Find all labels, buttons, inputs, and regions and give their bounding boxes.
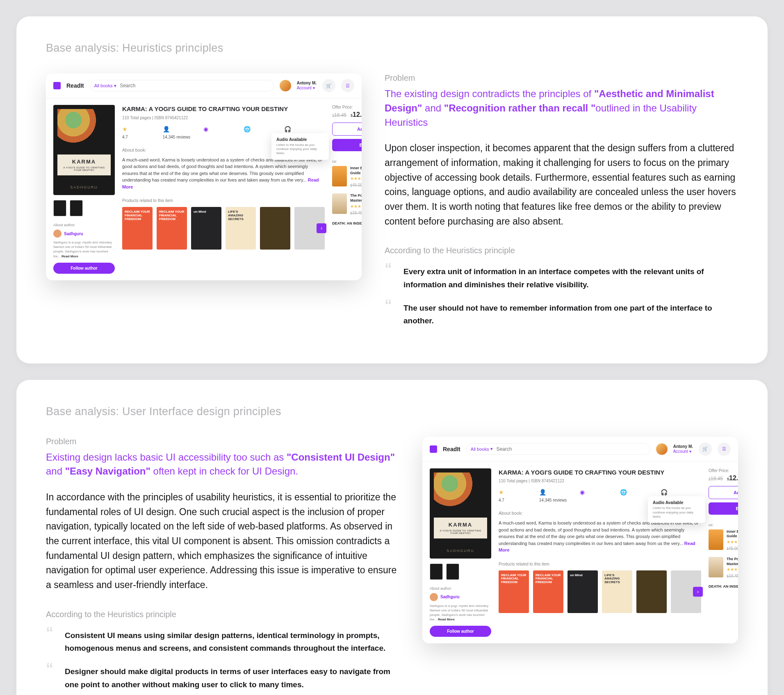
related-item[interactable]: RECLAIM YOUR FINANCIAL FREEDOM: [499, 570, 529, 613]
user-avatar[interactable]: [656, 443, 668, 455]
cart-icon[interactable]: 🛒: [322, 79, 335, 92]
quote-block: “ Consistent UI means using similar desi…: [46, 629, 399, 655]
chevron-down-icon: ▾: [114, 83, 116, 89]
author-avatar: [53, 229, 62, 238]
related-item[interactable]: un Mind: [191, 207, 221, 250]
problem-headline: The existing design contradicts the prin…: [385, 87, 738, 129]
reviews-value: 14,345 reviews: [539, 498, 580, 502]
problem-headline: Existing design lacks basic UI accessibi…: [46, 450, 399, 479]
quote-text: Every extra unit of information in an in…: [403, 265, 738, 291]
hamburger-icon[interactable]: ☰: [341, 79, 354, 92]
about-book-text: A much-used word, Karma is loosely under…: [499, 520, 701, 554]
follow-author-button[interactable]: Follow author: [430, 626, 491, 637]
follow-author-button[interactable]: Follow author: [53, 263, 115, 274]
rating-value: 4.7: [122, 135, 163, 139]
cover-thumbnails: [53, 200, 115, 216]
globe-icon[interactable]: 🌐: [244, 126, 284, 133]
globe-icon[interactable]: 🌐: [620, 489, 661, 496]
audio-icon[interactable]: 🎧: [284, 126, 325, 133]
quote-block: “ Designer should make digital products …: [46, 665, 399, 691]
price-row: $18.45 $12.45: [332, 111, 362, 118]
cover-thumb[interactable]: [70, 200, 83, 216]
related-side-item[interactable]: Inner Engineering: A Yogi's Guide to Joy…: [332, 166, 362, 188]
audio-icon[interactable]: 🎧: [661, 489, 701, 496]
related-products-row: RECLAIM YOUR FINANCIAL FREEDOM RECLAIM Y…: [499, 570, 701, 613]
cart-icon[interactable]: 🛒: [699, 443, 712, 456]
related-item[interactable]: [636, 570, 667, 613]
about-author-label: About author:: [430, 586, 491, 591]
section-title: Base analysis: User Interface design pri…: [46, 405, 738, 418]
purchase-column: Offer Price: $18.45 $12.45 Add to cart B…: [709, 468, 738, 637]
author-avatar: [430, 593, 438, 601]
problem-label: Problem: [46, 437, 399, 446]
book-title: KARMA: A YOGI'S GUIDE TO CRAFTING YOUR D…: [122, 105, 325, 113]
related-side-item[interactable]: The Power of One Thought : Master ... ★★…: [709, 557, 738, 579]
related-item[interactable]: [260, 207, 290, 250]
mockup-screenshot: ReadIt All books ▾ Antony M.Account ▾ 🛒 …: [422, 437, 738, 644]
author-bio: Sadhguru is a yogi, mystic and visionary…: [430, 604, 491, 622]
reviews-icon: 👤: [539, 489, 580, 496]
carousel-next-icon[interactable]: ›: [317, 223, 326, 233]
reviews-value: 14,345 reviews: [163, 135, 203, 139]
book-cover-column: KARMAA YOGI'S GUIDE TO CRAFTING YOUR DES…: [430, 468, 491, 637]
author-bio-readmore[interactable]: Read More: [62, 254, 78, 258]
according-label: According to the Heuristics principle: [46, 610, 399, 619]
add-to-cart-button[interactable]: Add to cart: [709, 486, 738, 499]
audio-tooltip: Audio AvailableListen to the books as yo…: [271, 133, 329, 160]
user-avatar[interactable]: [280, 80, 291, 91]
related-item[interactable]: RECLAIM YOUR FINANCIAL FREEDOM: [122, 207, 153, 250]
book-cover: KARMAA YOGI'S GUIDE TO CRAFTING YOUR DES…: [430, 468, 491, 559]
buy-now-button[interactable]: Buy Now: [709, 502, 738, 515]
quote-block: “ The user should not have to remember i…: [385, 302, 738, 327]
book-meta: 110 Total pages | ISBN 8745421122: [499, 479, 701, 483]
about-author-label: About author:: [53, 223, 115, 227]
cover-thumb[interactable]: [446, 563, 459, 580]
cover-thumb[interactable]: [53, 200, 66, 216]
user-menu[interactable]: Antony M.Account ▾: [673, 444, 693, 454]
quote-block: “ Every extra unit of information in an …: [385, 265, 738, 291]
search-input[interactable]: [496, 446, 645, 452]
cover-thumb[interactable]: [430, 563, 443, 580]
author-name-link[interactable]: Sadhguru: [64, 232, 83, 236]
brand-name: ReadIt: [443, 446, 460, 452]
category-dropdown[interactable]: All books ▾: [94, 83, 117, 89]
related-item[interactable]: RECLAIM YOUR FINANCIAL FREEDOM: [533, 570, 563, 613]
analysis-text-column: Problem Existing design lacks basic UI a…: [46, 437, 399, 695]
hamburger-icon[interactable]: ☰: [718, 443, 731, 456]
search-bar[interactable]: All books ▾: [90, 80, 274, 91]
analysis-card-heuristics: Base analysis: Heuristics principles Rea…: [16, 16, 768, 363]
carousel-next-icon[interactable]: ›: [693, 587, 703, 597]
search-bar[interactable]: All books ▾: [466, 443, 650, 455]
search-input[interactable]: [120, 83, 269, 89]
buy-now-button[interactable]: Buy Now: [332, 139, 362, 151]
related-item[interactable]: LIFE'S AMAZING SECRETS: [602, 570, 632, 613]
related-item[interactable]: un Mind: [567, 570, 598, 613]
related-side-item-title[interactable]: DEATH: AN INSIDE: [709, 584, 738, 588]
related-side-item-title[interactable]: DEATH: AN INSIDE: [332, 221, 362, 225]
coins-icon[interactable]: ◉: [580, 489, 620, 496]
problem-body: Upon closer inspection, it becomes appar…: [385, 141, 738, 229]
brand-name: ReadIt: [66, 82, 84, 89]
related-side-item[interactable]: Inner Engineering: A Yogi's Guide to Joy…: [709, 529, 738, 551]
related-side-item[interactable]: The Power of One Thought : Master ... ★★…: [332, 193, 362, 215]
quote-text: Designer should make digital products in…: [65, 665, 399, 691]
star-icon: ★: [499, 489, 539, 496]
quote-icon: “: [46, 665, 57, 691]
author-name-link[interactable]: Sadhguru: [440, 595, 460, 599]
related-item[interactable]: RECLAIM YOUR FINANCIAL FREEDOM: [157, 207, 187, 250]
coins-icon[interactable]: ◉: [203, 126, 244, 133]
quote-icon: “: [385, 265, 396, 291]
book-cover-column: KARMAA YOGI'S GUIDE TO CRAFTING YOUR DES…: [53, 105, 115, 274]
user-menu[interactable]: Antony M.Account ▾: [297, 81, 317, 91]
chevron-down-icon: ▾: [490, 446, 493, 452]
related-item[interactable]: LIFE'S AMAZING SECRETS: [226, 207, 256, 250]
author-bio-readmore[interactable]: Read More: [438, 618, 455, 621]
mockup-topbar: ReadIt All books ▾ Antony M.Account ▾ 🛒 …: [46, 73, 362, 98]
quote-text: The user should not have to remember inf…: [403, 302, 738, 327]
screenshot-column: ReadIt All books ▾ Antony M.Account ▾ 🛒 …: [422, 437, 738, 644]
category-dropdown[interactable]: All books ▾: [471, 446, 493, 452]
author-bio: Sadhguru is a yogi, mystic and visionary…: [53, 240, 115, 259]
add-to-cart-button[interactable]: Add to cart: [332, 123, 362, 136]
book-details-column: KARMA: A YOGI'S GUIDE TO CRAFTING YOUR D…: [122, 105, 325, 274]
related-label: Products related to this item: [122, 198, 325, 203]
